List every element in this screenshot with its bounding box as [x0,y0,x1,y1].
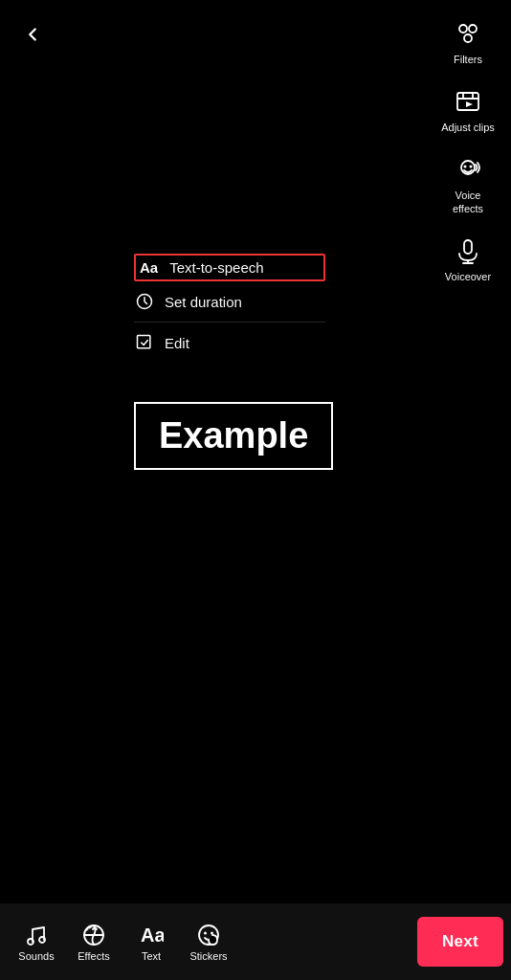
bottom-toolbar: Sounds Effects Aa [0,903,511,980]
voice-effects-label: Voice effects [438,189,498,214]
text-label: Text [142,950,161,962]
set-duration-label: Set duration [165,294,242,310]
sidebar-item-voice-effects[interactable]: Voice effects [434,145,501,220]
svg-rect-11 [464,240,472,254]
svg-point-1 [469,25,477,33]
right-sidebar: Filters Adjust clips [434,10,501,289]
svg-point-10 [470,166,473,168]
next-button[interactable]: Next [417,917,503,967]
stickers-label: Stickers [189,950,227,962]
sidebar-item-voiceover[interactable]: Voiceover [434,227,501,289]
context-menu: Aa Text-to-speech Set duration Edit [134,254,325,363]
toolbar-item-effects[interactable]: Effects [65,916,122,968]
text-to-speech-label: Text-to-speech [169,259,263,276]
toolbar-items: Sounds Effects Aa [8,916,417,968]
sounds-label: Sounds [18,950,54,962]
edit-label: Edit [165,335,189,351]
svg-point-23 [211,932,213,935]
set-duration-item[interactable]: Set duration [134,281,325,323]
svg-point-0 [459,25,467,33]
svg-point-22 [204,932,207,935]
stickers-icon [195,922,222,948]
effects-label: Effects [78,950,109,962]
voiceover-icon [450,233,486,269]
toolbar-item-sounds[interactable]: Sounds [8,916,65,968]
svg-rect-15 [138,336,150,348]
filters-icon [450,15,486,52]
example-text-box: Example [134,402,333,470]
music-icon [23,922,50,948]
svg-rect-3 [457,93,478,110]
sidebar-item-filters[interactable]: Filters [434,10,501,72]
edit-icon [134,332,155,353]
adjust-clips-label: Adjust clips [441,122,495,134]
voiceover-label: Voiceover [445,271,491,283]
text-aa-icon: Aa [138,922,165,948]
back-button[interactable] [15,17,50,52]
svg-point-9 [464,166,467,168]
voice-effects-icon [450,151,486,188]
edit-item[interactable]: Edit [134,323,325,363]
effects-icon [80,922,107,948]
example-text: Example [159,415,308,457]
svg-point-2 [464,34,472,42]
sidebar-item-adjust-clips[interactable]: Adjust clips [434,78,501,140]
text-to-speech-item[interactable]: Aa Text-to-speech [134,254,325,281]
tts-aa-icon: Aa [140,259,158,276]
toolbar-item-text[interactable]: Aa Text [122,916,180,968]
adjust-clips-icon [450,83,486,120]
toolbar-item-stickers[interactable]: Stickers [180,916,237,968]
svg-text:Aa: Aa [141,924,164,946]
clock-icon [134,291,155,312]
filters-label: Filters [454,54,482,66]
svg-marker-7 [466,101,473,107]
